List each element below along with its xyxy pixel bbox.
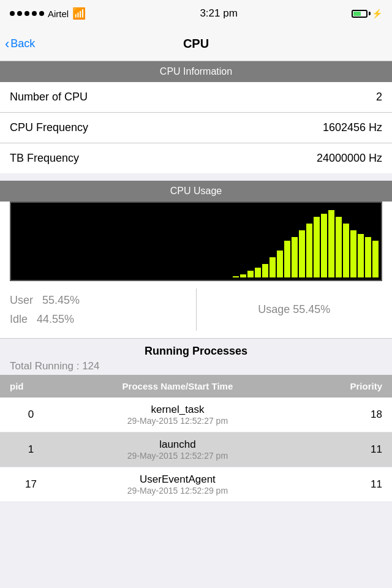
graph-bar xyxy=(336,217,342,277)
process-pid: 0 xyxy=(0,398,57,432)
graph-bars xyxy=(230,208,381,280)
process-name-label: kernel_task xyxy=(62,404,293,416)
cpu-count-value: 2 xyxy=(376,91,382,104)
process-name-label: launchd xyxy=(62,439,293,451)
signal-dot-2 xyxy=(17,11,22,16)
tb-freq-label: TB Frequency xyxy=(10,152,79,165)
status-right: ⚡ xyxy=(352,9,382,18)
processes-section: Running Processes Total Running : 124 xyxy=(0,338,392,375)
process-name-cell: UserEventAgent29-May-2015 12:52:29 pm xyxy=(57,467,298,502)
graph-bar xyxy=(365,237,371,277)
cpu-count-row: Number of CPU 2 xyxy=(0,82,392,113)
cpu-freq-value: 1602456 Hz xyxy=(323,121,382,134)
cpu-usage-header: CPU Usage xyxy=(0,181,392,202)
process-table: pid Process Name/Start Time Priority 0ke… xyxy=(0,375,392,502)
graph-bar xyxy=(321,214,327,278)
usage-value: 55.45% xyxy=(293,303,330,316)
graph-bar xyxy=(284,241,290,278)
signal-dots xyxy=(10,11,44,16)
back-button[interactable]: ‹ Back xyxy=(5,36,35,52)
process-priority: 11 xyxy=(298,432,392,467)
signal-dot-3 xyxy=(24,11,29,16)
idle-value: 44.55% xyxy=(37,313,74,325)
process-start-time: 29-May-2015 12:52:29 pm xyxy=(62,486,293,496)
table-row: 1launchd29-May-2015 12:52:27 pm11 xyxy=(0,432,392,467)
process-table-body: 0kernel_task29-May-2015 12:52:27 pm181la… xyxy=(0,398,392,502)
graph-bar xyxy=(292,237,298,277)
battery-body xyxy=(352,10,368,18)
col-name: Process Name/Start Time xyxy=(57,375,298,398)
battery-fill xyxy=(353,12,361,16)
user-value: 55.45% xyxy=(42,294,80,306)
signal-dot-5 xyxy=(39,11,44,16)
status-left: Airtel 📶 xyxy=(10,7,86,20)
battery-tip xyxy=(369,12,371,15)
back-label: Back xyxy=(10,37,35,50)
cpu-info-title: CPU Information xyxy=(160,66,232,77)
total-running-label: Total Running : 124 xyxy=(10,360,382,372)
graph-bar xyxy=(247,271,254,277)
cpu-info-section: CPU Information Number of CPU 2 CPU Freq… xyxy=(0,61,392,173)
graph-bar xyxy=(255,268,261,278)
graph-bar xyxy=(350,230,356,277)
cpu-info-header: CPU Information xyxy=(0,61,392,82)
idle-stat: Idle 44.55% xyxy=(10,313,74,325)
cpu-freq-label: CPU Frequency xyxy=(10,121,88,134)
user-label: User xyxy=(10,294,33,306)
process-pid: 17 xyxy=(0,467,57,502)
processes-title: Running Processes xyxy=(10,345,382,358)
col-priority: Priority xyxy=(298,375,392,398)
tb-freq-value: 24000000 Hz xyxy=(317,152,382,165)
cpu-freq-row: CPU Frequency 1602456 Hz xyxy=(0,113,392,143)
process-priority: 11 xyxy=(298,467,392,502)
wifi-icon: 📶 xyxy=(72,7,86,20)
cpu-usage-graph xyxy=(10,202,382,281)
graph-bar xyxy=(314,217,320,277)
cpu-usage-title: CPU Usage xyxy=(170,186,222,196)
user-stat: User 55.45% xyxy=(10,294,80,306)
graph-bar xyxy=(328,210,334,277)
status-time: 3:21 pm xyxy=(200,7,237,20)
tb-freq-row: TB Frequency 24000000 Hz xyxy=(0,143,392,173)
table-header: pid Process Name/Start Time Priority xyxy=(0,375,392,398)
signal-dot-4 xyxy=(32,11,37,16)
process-priority: 18 xyxy=(298,398,392,432)
process-name-label: UserEventAgent xyxy=(62,473,293,486)
process-name-cell: launchd29-May-2015 12:52:27 pm xyxy=(57,432,298,467)
nav-bar: ‹ Back CPU xyxy=(0,27,392,61)
graph-bar xyxy=(299,230,305,277)
graph-bar xyxy=(270,257,276,277)
signal-dot-1 xyxy=(10,11,15,16)
battery-bolt-icon: ⚡ xyxy=(372,9,382,18)
process-name-cell: kernel_task29-May-2015 12:52:27 pm xyxy=(57,398,298,432)
graph-bar xyxy=(306,224,312,277)
cpu-usage-section: CPU Usage User 55.45% Idle 44.55% Usage … xyxy=(0,181,392,338)
graph-bar xyxy=(277,251,283,277)
table-row: 17UserEventAgent29-May-2015 12:52:29 pm1… xyxy=(0,467,392,502)
stats-right: Usage 55.45% xyxy=(197,288,393,331)
table-header-row: pid Process Name/Start Time Priority xyxy=(0,375,392,398)
usage-label: Usage xyxy=(258,303,290,316)
graph-bar xyxy=(262,264,268,277)
battery-indicator: ⚡ xyxy=(352,9,382,18)
back-chevron-icon: ‹ xyxy=(5,36,9,52)
process-start-time: 29-May-2015 12:52:27 pm xyxy=(62,416,293,426)
status-bar: Airtel 📶 3:21 pm ⚡ xyxy=(0,0,392,27)
table-row: 0kernel_task29-May-2015 12:52:27 pm18 xyxy=(0,398,392,432)
carrier-label: Airtel xyxy=(48,9,69,19)
graph-bar xyxy=(233,276,239,277)
stats-row: User 55.45% Idle 44.55% Usage 55.45% xyxy=(0,281,392,338)
col-pid: pid xyxy=(0,375,57,398)
idle-label: Idle xyxy=(10,313,28,325)
graph-bar xyxy=(240,274,246,278)
process-start-time: 29-May-2015 12:52:27 pm xyxy=(62,451,293,461)
cpu-count-label: Number of CPU xyxy=(10,91,88,104)
page-title: CPU xyxy=(183,37,209,51)
graph-bar xyxy=(358,234,364,278)
stats-left: User 55.45% Idle 44.55% xyxy=(0,288,196,331)
graph-bar xyxy=(372,241,379,278)
graph-bar xyxy=(343,224,349,277)
process-pid: 1 xyxy=(0,432,57,467)
